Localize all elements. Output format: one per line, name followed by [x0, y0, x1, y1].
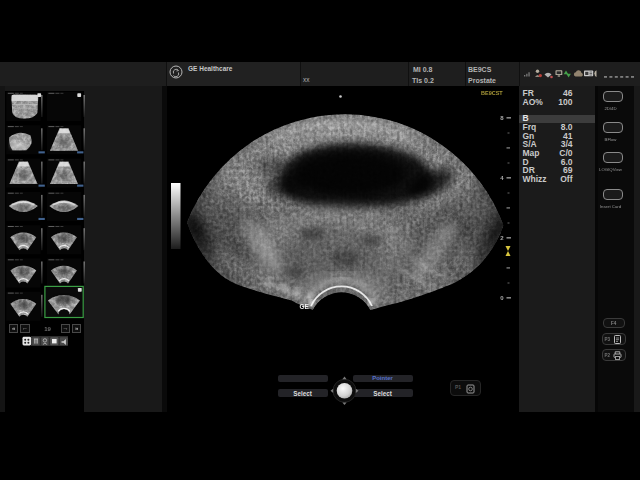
svg-text:2: 2	[500, 235, 504, 241]
svg-text:0: 0	[500, 295, 504, 301]
svg-text:4: 4	[500, 175, 504, 181]
svg-text:8: 8	[500, 115, 504, 121]
